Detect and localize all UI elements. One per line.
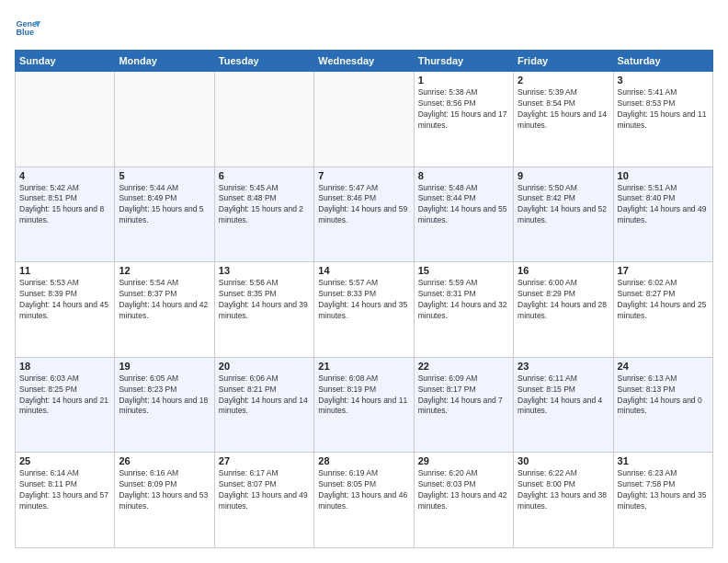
day-number: 4 bbox=[19, 170, 110, 181]
day-cell: 2Sunrise: 5:39 AM Sunset: 8:54 PM Daylig… bbox=[514, 72, 613, 167]
day-number: 5 bbox=[119, 170, 210, 181]
day-info: Sunrise: 6:16 AM Sunset: 8:09 PM Dayligh… bbox=[119, 468, 210, 512]
day-number: 24 bbox=[618, 361, 709, 372]
day-cell: 23Sunrise: 6:11 AM Sunset: 8:15 PM Dayli… bbox=[514, 357, 613, 453]
day-number: 23 bbox=[518, 361, 609, 372]
weekday-header-wednesday: Wednesday bbox=[314, 51, 414, 72]
weekday-header-friday: Friday bbox=[514, 51, 613, 72]
day-number: 30 bbox=[518, 455, 609, 466]
day-info: Sunrise: 6:00 AM Sunset: 8:29 PM Dayligh… bbox=[518, 278, 609, 322]
day-number: 22 bbox=[418, 361, 509, 372]
day-info: Sunrise: 5:39 AM Sunset: 8:54 PM Dayligh… bbox=[518, 87, 609, 132]
day-cell: 24Sunrise: 6:13 AM Sunset: 8:13 PM Dayli… bbox=[613, 357, 712, 453]
day-info: Sunrise: 6:09 AM Sunset: 8:17 PM Dayligh… bbox=[418, 373, 509, 418]
day-info: Sunrise: 5:42 AM Sunset: 8:51 PM Dayligh… bbox=[19, 183, 110, 227]
day-cell: 17Sunrise: 6:02 AM Sunset: 8:27 PM Dayli… bbox=[613, 262, 712, 358]
day-cell: 20Sunrise: 6:06 AM Sunset: 8:21 PM Dayli… bbox=[214, 357, 313, 453]
day-info: Sunrise: 5:59 AM Sunset: 8:31 PM Dayligh… bbox=[418, 278, 509, 322]
day-info: Sunrise: 5:50 AM Sunset: 8:42 PM Dayligh… bbox=[518, 183, 609, 227]
day-number: 11 bbox=[19, 265, 110, 276]
day-cell: 14Sunrise: 5:57 AM Sunset: 8:33 PM Dayli… bbox=[314, 262, 414, 358]
day-info: Sunrise: 6:11 AM Sunset: 8:15 PM Dayligh… bbox=[518, 373, 609, 418]
day-info: Sunrise: 6:06 AM Sunset: 8:21 PM Dayligh… bbox=[219, 373, 310, 418]
logo: General Blue bbox=[15, 15, 40, 40]
day-number: 16 bbox=[518, 265, 609, 276]
day-number: 10 bbox=[618, 170, 709, 181]
day-info: Sunrise: 5:48 AM Sunset: 8:44 PM Dayligh… bbox=[418, 183, 509, 227]
day-number: 29 bbox=[418, 455, 509, 466]
day-number: 20 bbox=[219, 361, 310, 372]
day-info: Sunrise: 6:23 AM Sunset: 7:58 PM Dayligh… bbox=[618, 468, 709, 512]
day-cell: 21Sunrise: 6:08 AM Sunset: 8:19 PM Dayli… bbox=[314, 357, 414, 453]
day-cell: 16Sunrise: 6:00 AM Sunset: 8:29 PM Dayli… bbox=[514, 262, 613, 358]
week-row-2: 4Sunrise: 5:42 AM Sunset: 8:51 PM Daylig… bbox=[16, 167, 713, 262]
day-info: Sunrise: 6:13 AM Sunset: 8:13 PM Dayligh… bbox=[618, 373, 709, 418]
day-cell: 5Sunrise: 5:44 AM Sunset: 8:49 PM Daylig… bbox=[115, 167, 214, 262]
day-info: Sunrise: 5:57 AM Sunset: 8:33 PM Dayligh… bbox=[318, 278, 409, 322]
day-info: Sunrise: 5:44 AM Sunset: 8:49 PM Dayligh… bbox=[119, 183, 210, 227]
day-number: 27 bbox=[219, 455, 310, 466]
day-info: Sunrise: 6:08 AM Sunset: 8:19 PM Dayligh… bbox=[318, 373, 409, 418]
day-cell: 29Sunrise: 6:20 AM Sunset: 8:03 PM Dayli… bbox=[414, 453, 513, 548]
day-info: Sunrise: 5:53 AM Sunset: 8:39 PM Dayligh… bbox=[19, 278, 110, 322]
page: General Blue SundayMondayTuesdayWednesda… bbox=[0, 0, 728, 563]
day-cell: 22Sunrise: 6:09 AM Sunset: 8:17 PM Dayli… bbox=[414, 357, 513, 453]
day-number: 28 bbox=[318, 455, 409, 466]
day-info: Sunrise: 5:51 AM Sunset: 8:40 PM Dayligh… bbox=[618, 183, 709, 227]
week-row-1: 1Sunrise: 5:38 AM Sunset: 8:56 PM Daylig… bbox=[16, 72, 713, 167]
day-number: 14 bbox=[318, 265, 409, 276]
week-row-4: 18Sunrise: 6:03 AM Sunset: 8:25 PM Dayli… bbox=[16, 357, 713, 453]
day-cell bbox=[214, 72, 313, 167]
day-cell: 7Sunrise: 5:47 AM Sunset: 8:46 PM Daylig… bbox=[314, 167, 414, 262]
day-number: 15 bbox=[418, 265, 509, 276]
day-number: 3 bbox=[618, 75, 709, 86]
day-number: 12 bbox=[119, 265, 210, 276]
weekday-header-row: SundayMondayTuesdayWednesdayThursdayFrid… bbox=[16, 51, 713, 72]
day-cell: 25Sunrise: 6:14 AM Sunset: 8:11 PM Dayli… bbox=[16, 453, 115, 548]
weekday-header-monday: Monday bbox=[115, 51, 214, 72]
week-row-5: 25Sunrise: 6:14 AM Sunset: 8:11 PM Dayli… bbox=[16, 453, 713, 548]
day-cell: 4Sunrise: 5:42 AM Sunset: 8:51 PM Daylig… bbox=[16, 167, 115, 262]
day-number: 8 bbox=[418, 170, 509, 181]
day-info: Sunrise: 6:14 AM Sunset: 8:11 PM Dayligh… bbox=[19, 468, 110, 512]
day-number: 6 bbox=[219, 170, 310, 181]
day-number: 25 bbox=[19, 455, 110, 466]
week-row-3: 11Sunrise: 5:53 AM Sunset: 8:39 PM Dayli… bbox=[16, 262, 713, 358]
header: General Blue bbox=[15, 15, 713, 40]
day-cell: 15Sunrise: 5:59 AM Sunset: 8:31 PM Dayli… bbox=[414, 262, 513, 358]
weekday-header-tuesday: Tuesday bbox=[214, 51, 313, 72]
day-number: 7 bbox=[318, 170, 409, 181]
day-cell: 27Sunrise: 6:17 AM Sunset: 8:07 PM Dayli… bbox=[214, 453, 313, 548]
calendar-table: SundayMondayTuesdayWednesdayThursdayFrid… bbox=[15, 50, 713, 548]
day-cell: 8Sunrise: 5:48 AM Sunset: 8:44 PM Daylig… bbox=[414, 167, 513, 262]
day-cell: 28Sunrise: 6:19 AM Sunset: 8:05 PM Dayli… bbox=[314, 453, 414, 548]
day-cell: 6Sunrise: 5:45 AM Sunset: 8:48 PM Daylig… bbox=[214, 167, 313, 262]
logo-icon: General Blue bbox=[15, 15, 40, 40]
day-number: 17 bbox=[618, 265, 709, 276]
day-info: Sunrise: 5:56 AM Sunset: 8:35 PM Dayligh… bbox=[219, 278, 310, 322]
day-cell: 9Sunrise: 5:50 AM Sunset: 8:42 PM Daylig… bbox=[514, 167, 613, 262]
weekday-header-thursday: Thursday bbox=[414, 51, 513, 72]
day-cell: 30Sunrise: 6:22 AM Sunset: 8:00 PM Dayli… bbox=[514, 453, 613, 548]
day-info: Sunrise: 5:45 AM Sunset: 8:48 PM Dayligh… bbox=[219, 183, 310, 227]
day-number: 9 bbox=[518, 170, 609, 181]
day-info: Sunrise: 6:05 AM Sunset: 8:23 PM Dayligh… bbox=[119, 373, 210, 418]
day-info: Sunrise: 6:17 AM Sunset: 8:07 PM Dayligh… bbox=[219, 468, 310, 512]
day-cell: 31Sunrise: 6:23 AM Sunset: 7:58 PM Dayli… bbox=[613, 453, 712, 548]
day-number: 21 bbox=[318, 361, 409, 372]
day-cell: 19Sunrise: 6:05 AM Sunset: 8:23 PM Dayli… bbox=[115, 357, 214, 453]
day-number: 18 bbox=[19, 361, 110, 372]
day-cell: 11Sunrise: 5:53 AM Sunset: 8:39 PM Dayli… bbox=[16, 262, 115, 358]
day-number: 19 bbox=[119, 361, 210, 372]
day-info: Sunrise: 6:03 AM Sunset: 8:25 PM Dayligh… bbox=[19, 373, 110, 418]
day-cell: 26Sunrise: 6:16 AM Sunset: 8:09 PM Dayli… bbox=[115, 453, 214, 548]
day-info: Sunrise: 6:19 AM Sunset: 8:05 PM Dayligh… bbox=[318, 468, 409, 512]
day-cell: 1Sunrise: 5:38 AM Sunset: 8:56 PM Daylig… bbox=[414, 72, 513, 167]
day-cell: 18Sunrise: 6:03 AM Sunset: 8:25 PM Dayli… bbox=[16, 357, 115, 453]
day-number: 13 bbox=[219, 265, 310, 276]
day-info: Sunrise: 6:22 AM Sunset: 8:00 PM Dayligh… bbox=[518, 468, 609, 512]
day-cell: 12Sunrise: 5:54 AM Sunset: 8:37 PM Dayli… bbox=[115, 262, 214, 358]
day-cell: 3Sunrise: 5:41 AM Sunset: 8:53 PM Daylig… bbox=[613, 72, 712, 167]
weekday-header-saturday: Saturday bbox=[613, 51, 712, 72]
day-info: Sunrise: 6:20 AM Sunset: 8:03 PM Dayligh… bbox=[418, 468, 509, 512]
